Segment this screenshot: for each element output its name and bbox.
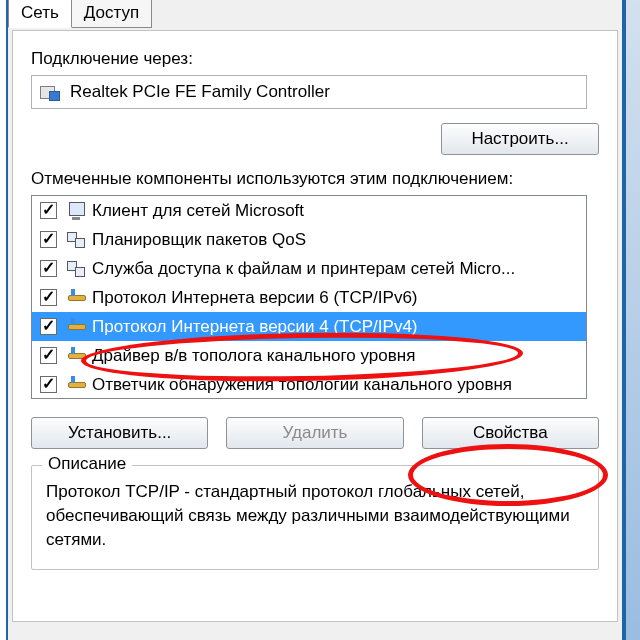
service-icon bbox=[66, 260, 86, 278]
description-text: Протокол TCP/IP - стандартный протокол г… bbox=[46, 480, 584, 551]
properties-window: Сеть Доступ Подключение через: Realtek P… bbox=[6, 0, 624, 640]
tab-strip: Сеть Доступ bbox=[8, 0, 622, 28]
description-title: Описание bbox=[42, 454, 132, 474]
protocol-icon bbox=[66, 289, 86, 307]
item-label: Клиент для сетей Microsoft bbox=[92, 201, 304, 221]
item-checkbox[interactable] bbox=[40, 376, 57, 393]
description-group: Описание Протокол TCP/IP - стандартный п… bbox=[31, 465, 599, 570]
list-item-selected[interactable]: Протокол Интернета версии 4 (TCP/IPv4) bbox=[32, 312, 586, 341]
window-edge bbox=[624, 0, 640, 640]
adapter-field[interactable]: Realtek PCIe FE Family Controller bbox=[31, 75, 587, 109]
item-checkbox[interactable] bbox=[40, 260, 57, 277]
tab-panel: Подключение через: Realtek PCIe FE Famil… bbox=[12, 30, 618, 622]
properties-button[interactable]: Свойства bbox=[422, 417, 599, 449]
item-checkbox[interactable] bbox=[40, 231, 57, 248]
item-label: Планировщик пакетов QoS bbox=[92, 230, 306, 250]
button-row: Установить... Удалить Свойства bbox=[31, 417, 599, 449]
tab-network[interactable]: Сеть bbox=[8, 0, 72, 28]
item-label: Служба доступа к файлам и принтерам сете… bbox=[92, 259, 515, 279]
connect-using-label: Подключение через: bbox=[31, 49, 599, 69]
adapter-name: Realtek PCIe FE Family Controller bbox=[70, 82, 330, 102]
item-checkbox[interactable] bbox=[40, 318, 57, 335]
item-checkbox[interactable] bbox=[40, 347, 57, 364]
list-item[interactable]: Служба доступа к файлам и принтерам сете… bbox=[32, 254, 586, 283]
list-item[interactable]: Планировщик пакетов QoS bbox=[32, 225, 586, 254]
item-label: Протокол Интернета версии 6 (TCP/IPv6) bbox=[92, 288, 418, 308]
list-item[interactable]: Ответчик обнаружения топологии канальног… bbox=[32, 370, 586, 399]
components-list[interactable]: Клиент для сетей Microsoft Планировщик п… bbox=[31, 195, 587, 399]
client-icon bbox=[66, 202, 86, 220]
list-item[interactable]: Протокол Интернета версии 6 (TCP/IPv6) bbox=[32, 283, 586, 312]
install-button[interactable]: Установить... bbox=[31, 417, 208, 449]
service-icon bbox=[66, 231, 86, 249]
list-item[interactable]: Клиент для сетей Microsoft bbox=[32, 196, 586, 225]
uninstall-button: Удалить bbox=[226, 417, 403, 449]
item-label: Драйвер в/в тополога канального уровня bbox=[92, 346, 415, 366]
list-item[interactable]: Драйвер в/в тополога канального уровня bbox=[32, 341, 586, 370]
protocol-icon bbox=[66, 318, 86, 336]
item-checkbox[interactable] bbox=[40, 289, 57, 306]
protocol-icon bbox=[66, 347, 86, 365]
item-label: Протокол Интернета версии 4 (TCP/IPv4) bbox=[92, 317, 418, 337]
tab-access[interactable]: Доступ bbox=[71, 0, 152, 28]
components-label: Отмеченные компоненты используются этим … bbox=[31, 169, 599, 189]
item-label: Ответчик обнаружения топологии канальног… bbox=[92, 375, 512, 395]
protocol-icon bbox=[66, 376, 86, 394]
item-checkbox[interactable] bbox=[40, 202, 57, 219]
configure-button[interactable]: Настроить... bbox=[441, 123, 599, 155]
nic-icon bbox=[40, 83, 60, 101]
